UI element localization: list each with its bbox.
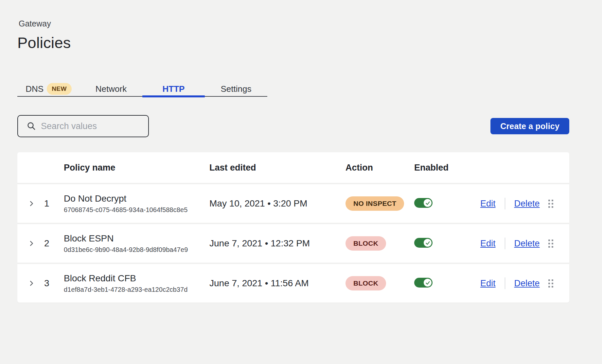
drag-handle-icon[interactable]: [547, 278, 555, 289]
search-box[interactable]: [17, 115, 149, 137]
edit-link[interactable]: Edit: [480, 278, 496, 289]
enabled-toggle[interactable]: [414, 278, 433, 288]
table-header: Policy name Last edited Action Enabled: [17, 152, 569, 183]
policy-uuid: d1ef8a7d-3eb1-4728-a293-ea120c2cb37d: [64, 286, 209, 293]
policy-name: Block ESPN: [64, 233, 209, 244]
row-head: 2: [17, 238, 64, 249]
row-head: 3: [17, 278, 64, 289]
toggle-check-icon: [424, 279, 432, 287]
last-edited-cell: June 7, 2021 • 12:32 PM: [209, 238, 345, 249]
edit-link[interactable]: Edit: [480, 199, 496, 209]
delete-link[interactable]: Delete: [514, 199, 540, 209]
policies-table: Policy name Last edited Action Enabled 1…: [17, 152, 569, 303]
expand-row-button[interactable]: [27, 199, 36, 208]
enabled-cell: [414, 238, 474, 249]
tab-http-label: HTTP: [163, 84, 185, 94]
create-policy-button[interactable]: Create a policy: [490, 118, 569, 134]
expand-row-button[interactable]: [27, 279, 36, 288]
search-input[interactable]: [41, 121, 142, 131]
breadcrumb: Gateway: [19, 19, 569, 28]
action-cell: NO INSPECT: [345, 196, 414, 211]
action-badge: BLOCK: [345, 276, 386, 290]
page-title: Policies: [17, 34, 569, 52]
action-badge: BLOCK: [345, 236, 386, 251]
column-header-action: Action: [345, 163, 414, 173]
active-tab-indicator: [142, 95, 205, 97]
edit-link[interactable]: Edit: [480, 239, 496, 249]
actions-row: Create a policy: [17, 115, 569, 137]
toggle-check-icon: [424, 239, 432, 247]
toggle-check-icon: [424, 199, 432, 207]
table-row: 1 Do Not Decrypt 67068745-c075-4685-934a…: [17, 184, 569, 223]
row-actions: Edit Delete: [474, 198, 569, 209]
column-header-last-edited: Last edited: [209, 163, 345, 173]
tab-http[interactable]: HTTP: [142, 82, 205, 96]
row-actions: Edit Delete: [474, 277, 569, 289]
tab-settings-label: Settings: [221, 84, 252, 94]
drag-handle-icon[interactable]: [547, 198, 555, 209]
action-cell: BLOCK: [345, 236, 414, 251]
column-header-policy-name: Policy name: [64, 163, 209, 173]
link-divider: [505, 238, 505, 249]
gateway-policies-page: Gateway Policies DNS NEW Network HTTP Se…: [0, 0, 602, 303]
enabled-toggle[interactable]: [414, 238, 433, 248]
policy-name-cell: Block Reddit CFB d1ef8a7d-3eb1-4728-a293…: [64, 273, 209, 293]
row-actions: Edit Delete: [474, 238, 569, 249]
tab-network[interactable]: Network: [80, 82, 142, 96]
action-badge: NO INSPECT: [345, 196, 404, 211]
tab-dns[interactable]: DNS NEW: [17, 82, 80, 96]
last-edited-cell: May 10, 2021 • 3:20 PM: [209, 198, 345, 209]
search-icon: [27, 121, 36, 131]
row-head: 1: [17, 198, 64, 209]
row-number: 2: [44, 238, 49, 249]
chevron-right-icon: [28, 240, 35, 247]
chevron-right-icon: [28, 280, 35, 287]
enabled-cell: [414, 278, 474, 289]
column-header-enabled: Enabled: [414, 163, 474, 173]
row-number: 1: [44, 198, 49, 209]
drag-handle-icon[interactable]: [547, 238, 555, 249]
table-row: 3 Block Reddit CFB d1ef8a7d-3eb1-4728-a2…: [17, 264, 569, 303]
tab-dns-label: DNS: [26, 84, 44, 94]
table-row: 2 Block ESPN 0d31be6c-9b90-48a4-92b8-9d8…: [17, 224, 569, 263]
policy-name: Block Reddit CFB: [64, 273, 209, 284]
delete-link[interactable]: Delete: [514, 278, 540, 289]
policy-uuid: 67068745-c075-4685-934a-1064f588c8e5: [64, 206, 209, 214]
chevron-right-icon: [28, 200, 35, 207]
link-divider: [505, 198, 505, 209]
tab-settings[interactable]: Settings: [205, 82, 267, 96]
policy-name: Do Not Decrypt: [64, 193, 209, 204]
link-divider: [505, 277, 505, 289]
row-number: 3: [44, 278, 49, 289]
enabled-toggle[interactable]: [414, 198, 433, 208]
new-badge: NEW: [47, 83, 72, 95]
tab-network-label: Network: [96, 84, 127, 94]
expand-row-button[interactable]: [27, 239, 36, 248]
policy-name-cell: Do Not Decrypt 67068745-c075-4685-934a-1…: [64, 193, 209, 214]
delete-link[interactable]: Delete: [514, 239, 540, 249]
policy-name-cell: Block ESPN 0d31be6c-9b90-48a4-92b8-9d8f0…: [64, 233, 209, 254]
action-cell: BLOCK: [345, 276, 414, 290]
enabled-cell: [414, 198, 474, 209]
policy-uuid: 0d31be6c-9b90-48a4-92b8-9d8f09ba47e9: [64, 246, 209, 254]
last-edited-cell: June 7, 2021 • 11:56 AM: [209, 278, 345, 289]
tab-bar: DNS NEW Network HTTP Settings: [17, 82, 267, 97]
